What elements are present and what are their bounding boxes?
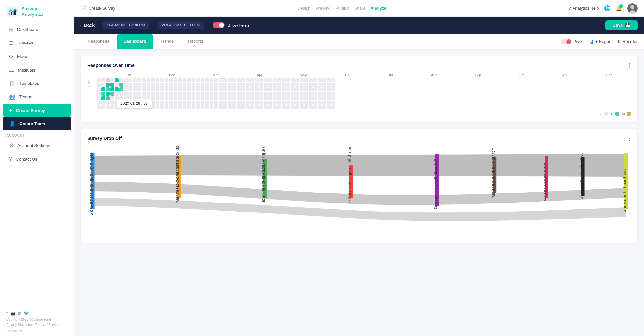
heatmap-cell[interactable] bbox=[246, 101, 250, 105]
heatmap-cell[interactable] bbox=[291, 92, 295, 96]
heatmap-cell[interactable] bbox=[196, 96, 200, 100]
heatmap-cell[interactable] bbox=[151, 101, 155, 105]
heatmap-cell[interactable] bbox=[201, 83, 204, 87]
heatmap-cell[interactable] bbox=[300, 96, 304, 100]
heatmap-cell[interactable] bbox=[295, 105, 299, 109]
heatmap-cell[interactable] bbox=[223, 105, 227, 109]
heatmap-cell[interactable] bbox=[210, 83, 213, 87]
heatmap-cell[interactable] bbox=[286, 101, 290, 105]
reorder-button[interactable]: ⇅ Reorder bbox=[617, 39, 638, 44]
heatmap-cell[interactable] bbox=[160, 101, 164, 105]
heatmap-cell[interactable] bbox=[110, 96, 114, 100]
heatmap-cell[interactable] bbox=[187, 96, 191, 100]
heatmap-cell[interactable] bbox=[300, 101, 304, 105]
heatmap-cell[interactable] bbox=[322, 78, 326, 82]
heatmap-cell[interactable] bbox=[160, 83, 164, 87]
heatmap-cell[interactable] bbox=[187, 105, 191, 109]
heatmap-cell[interactable] bbox=[304, 96, 308, 100]
heatmap-cell[interactable] bbox=[286, 83, 290, 87]
date-range-end[interactable]: 26/04/2023, 12:30 PM bbox=[157, 21, 204, 29]
sidebar-item-account-settings[interactable]: ⚙ Account Settings bbox=[3, 139, 71, 152]
heatmap-cell[interactable] bbox=[205, 83, 209, 87]
heatmap-cell[interactable] bbox=[286, 78, 290, 82]
heatmap-cell[interactable] bbox=[174, 83, 177, 87]
heatmap-cell[interactable] bbox=[318, 101, 322, 105]
heatmap-cell[interactable] bbox=[137, 83, 141, 87]
heatmap-cell[interactable] bbox=[169, 92, 173, 96]
heatmap-cell[interactable] bbox=[165, 105, 168, 109]
heatmap-cell[interactable] bbox=[110, 101, 114, 105]
heatmap-cell[interactable] bbox=[300, 78, 304, 82]
heatmap-cell[interactable] bbox=[237, 101, 241, 105]
dropoff-chart-menu[interactable]: ⋮ bbox=[626, 134, 632, 142]
heatmap-cell[interactable] bbox=[142, 101, 146, 105]
add-report-button[interactable]: 📊 + Report bbox=[589, 39, 611, 44]
heatmap-cell[interactable] bbox=[192, 105, 195, 109]
heatmap-cell[interactable] bbox=[255, 87, 259, 91]
heatmap-cell[interactable] bbox=[196, 78, 200, 82]
heatmap-cell[interactable] bbox=[277, 105, 281, 109]
heatmap-cell[interactable] bbox=[151, 96, 155, 100]
heatmap-cell[interactable] bbox=[115, 105, 119, 109]
heatmap-cell[interactable] bbox=[268, 96, 272, 100]
tab-dashboard[interactable]: Dashboard bbox=[117, 34, 154, 49]
heatmap-cell[interactable] bbox=[214, 105, 218, 109]
heatmap-cell[interactable] bbox=[183, 96, 186, 100]
heatmap-cell[interactable] bbox=[259, 101, 263, 105]
heatmap-cell[interactable] bbox=[124, 87, 128, 91]
heatmap-cell[interactable] bbox=[300, 105, 304, 109]
heatmap-cell[interactable] bbox=[196, 92, 200, 96]
heatmap-cell[interactable] bbox=[210, 92, 213, 96]
heatmap-cell[interactable] bbox=[219, 78, 223, 82]
heatmap-cell[interactable] bbox=[282, 87, 286, 91]
heatmap-cell[interactable] bbox=[232, 101, 236, 105]
step-preview[interactable]: Preview bbox=[316, 6, 330, 11]
heatmap-cell[interactable] bbox=[97, 78, 101, 82]
date-range-start[interactable]: 26/04/2023, 12:30 PM bbox=[102, 21, 149, 29]
heatmap-cell[interactable] bbox=[228, 83, 232, 87]
heatmap-cell[interactable] bbox=[106, 92, 110, 96]
sidebar-item-teams[interactable]: 👥 Teams bbox=[3, 90, 71, 104]
heatmap-cell[interactable] bbox=[309, 96, 313, 100]
terms-link[interactable]: Terms of Service bbox=[35, 323, 59, 327]
back-button[interactable]: ‹ Back bbox=[80, 23, 95, 28]
heatmap-cell[interactable] bbox=[318, 105, 322, 109]
heatmap-cell[interactable] bbox=[268, 83, 272, 87]
heatmap-cell[interactable] bbox=[331, 96, 335, 100]
heatmap-cell[interactable] bbox=[124, 83, 128, 87]
heatmap-cell[interactable] bbox=[273, 101, 277, 105]
heatmap-cell[interactable] bbox=[156, 105, 159, 109]
heatmap-cell[interactable] bbox=[246, 96, 250, 100]
heatmap-cell[interactable] bbox=[327, 83, 331, 87]
heatmap-cell[interactable] bbox=[232, 96, 236, 100]
linkedin-icon[interactable]: in bbox=[18, 311, 21, 316]
heatmap-cell[interactable] bbox=[147, 105, 150, 109]
heatmap-cell[interactable] bbox=[210, 87, 213, 91]
heatmap-cell[interactable] bbox=[142, 83, 146, 87]
heatmap-cell[interactable] bbox=[282, 83, 286, 87]
heatmap-cell[interactable] bbox=[156, 83, 159, 87]
heatmap-cell[interactable] bbox=[273, 78, 277, 82]
heatmap-cell[interactable] bbox=[295, 78, 299, 82]
heatmap-cell[interactable] bbox=[264, 101, 268, 105]
heatmap-cell[interactable] bbox=[309, 101, 313, 105]
heatmap-cell[interactable] bbox=[174, 96, 177, 100]
heatmap-cell[interactable] bbox=[119, 105, 123, 109]
heatmap-cell[interactable] bbox=[259, 78, 263, 82]
heatmap-cell[interactable] bbox=[286, 87, 290, 91]
heatmap-cell[interactable] bbox=[101, 96, 105, 100]
heatmap-cell[interactable] bbox=[178, 87, 182, 91]
heatmap-cell[interactable] bbox=[160, 96, 164, 100]
heatmap-cell[interactable] bbox=[304, 87, 308, 91]
heatmap-cell[interactable] bbox=[192, 92, 195, 96]
heatmap-cell[interactable] bbox=[110, 105, 114, 109]
heatmap-cell[interactable] bbox=[137, 96, 141, 100]
tab-trends[interactable]: Trends bbox=[153, 34, 181, 49]
heatmap-cell[interactable] bbox=[268, 92, 272, 96]
heatmap-cell[interactable] bbox=[119, 87, 123, 91]
heatmap-cell[interactable] bbox=[106, 83, 110, 87]
heatmap-cell[interactable] bbox=[223, 87, 227, 91]
tab-reports[interactable]: Reports bbox=[181, 34, 210, 49]
heatmap-cell[interactable] bbox=[174, 78, 177, 82]
heatmap-cell[interactable] bbox=[147, 101, 150, 105]
